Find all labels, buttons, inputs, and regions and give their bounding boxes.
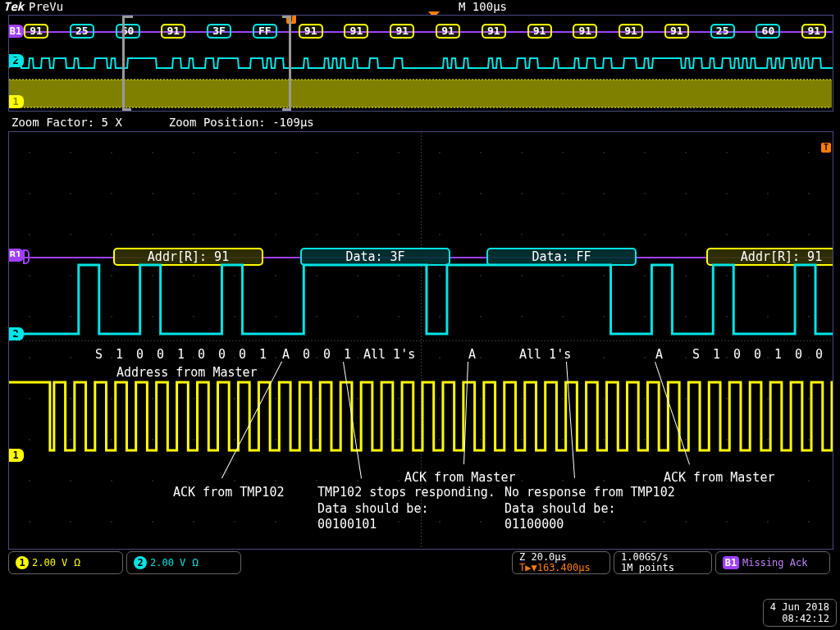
bit-label: 1 [774, 347, 782, 362]
annotation-text: No response from TMP102 Data should be: … [504, 485, 675, 533]
bit-label: 0 [218, 347, 226, 362]
bit-label: 0 [157, 347, 164, 362]
zoom-factor: Zoom Factor: 5 X [11, 116, 122, 129]
bus-byte: FF [253, 24, 277, 39]
bit-label: 1 [713, 347, 720, 362]
bus-byte: 91 [299, 24, 323, 39]
trigger-pos: 163.400µs [537, 562, 591, 573]
bit-label: 0 [198, 347, 205, 362]
bus-byte: 91 [161, 24, 185, 39]
bit-label: S [95, 347, 103, 362]
brand-logo: Tek [3, 0, 24, 13]
bus-byte: 91 [527, 24, 552, 39]
bus-byte: 91 [390, 24, 414, 39]
main-timebase: M 100µs [459, 0, 507, 13]
bit-label: 0 [239, 347, 246, 362]
ch2-readout[interactable]: 22.00 V Ω [126, 551, 241, 574]
sda-overview-trace [9, 57, 833, 70]
bus-byte: 91 [801, 24, 826, 39]
bus-byte: 91 [573, 24, 597, 39]
annotation-text: TMP102 stops responding. Data should be:… [317, 485, 495, 533]
trigger-type: Missing Ack [742, 557, 807, 568]
trigger-T-icon: T [286, 15, 296, 24]
zoom-info-line: Zoom Factor: 5 X Zoom Position: -109µs [11, 116, 832, 129]
zoom-position: Zoom Position: -109µs [169, 116, 314, 129]
annotation-text: ACK from TMP102 [173, 485, 284, 501]
bit-label: 1 [344, 347, 351, 362]
bit-label: A [655, 347, 663, 362]
bus-byte: 91 [24, 24, 48, 39]
readout-bar: 12.00 V Ω 22.00 V Ω Z 20.0µs T▶▼163.400µ… [8, 551, 833, 574]
main-zoom-pane[interactable]: T B1 2 1 Addr[R]: 91Data: 3FData: FFAddr… [8, 131, 833, 550]
trigger-T-icon-main: T [821, 143, 831, 153]
ch2-vdiv: 2.00 V [150, 557, 185, 568]
bus-label-main-B1[interactable]: B1 [8, 249, 24, 262]
bus-label-B1[interactable]: B1 [8, 25, 24, 38]
address-caption: Address from Master [116, 365, 258, 381]
bus-byte: 91 [344, 24, 368, 39]
acq-mode: PreVu [29, 0, 63, 13]
annotation-text: ACK from Master [404, 470, 515, 486]
bus-byte: 3F [207, 24, 231, 39]
bus-byte-row: 912560913FFF919191919191919191256091 [9, 24, 833, 42]
bit-label: All 1's [363, 347, 415, 362]
scl-main-trace [9, 378, 833, 468]
bit-label: All 1's [519, 347, 571, 362]
timestamp: 4 Jun 2018 08:42:12 [763, 599, 837, 627]
scope-header: Tek PreVu M 100µs [0, 0, 840, 15]
annotation-text: ACK from Master [664, 470, 774, 486]
bus-byte: 91 [619, 24, 643, 39]
bus-byte: 91 [664, 24, 689, 39]
bus-byte: 25 [710, 24, 735, 39]
time: 08:42:12 [770, 613, 829, 624]
scl-overview-trace [9, 78, 833, 109]
date: 4 Jun 2018 [770, 601, 829, 613]
bit-label: 0 [815, 347, 823, 362]
record-length: 1M points [621, 563, 705, 573]
bit-label: 1 [259, 347, 267, 362]
bit-label: 0 [754, 347, 761, 362]
bus-byte: 60 [756, 24, 780, 39]
bit-label: 0 [136, 347, 144, 362]
bit-label: 0 [303, 347, 310, 362]
bit-label: 1 [116, 347, 123, 362]
bit-label: 0 [795, 347, 802, 362]
overview-pane[interactable]: 912560913FFF919191919191919191256091 T B… [8, 15, 833, 112]
timebase-readout[interactable]: Z 20.0µs T▶▼163.400µs [512, 551, 610, 574]
bit-label: A [468, 347, 476, 362]
trigger-readout[interactable]: B1Missing Ack [715, 551, 830, 574]
ch1-readout[interactable]: 12.00 V Ω [8, 551, 123, 574]
acq-readout[interactable]: 1.00GS/s 1M points [614, 551, 712, 574]
bus-byte: 25 [70, 24, 94, 39]
bit-label: 1 [177, 347, 185, 362]
bit-label: 0 [323, 347, 331, 362]
bus-byte: 91 [482, 24, 506, 39]
ch1-vdiv: 2.00 V [32, 557, 67, 568]
bus-byte: 91 [436, 24, 460, 39]
bit-label: 0 [733, 347, 741, 362]
sda-main-trace [9, 263, 833, 342]
bus-byte: 60 [116, 24, 140, 39]
bit-label: S [692, 347, 700, 362]
bit-label: A [282, 347, 290, 362]
